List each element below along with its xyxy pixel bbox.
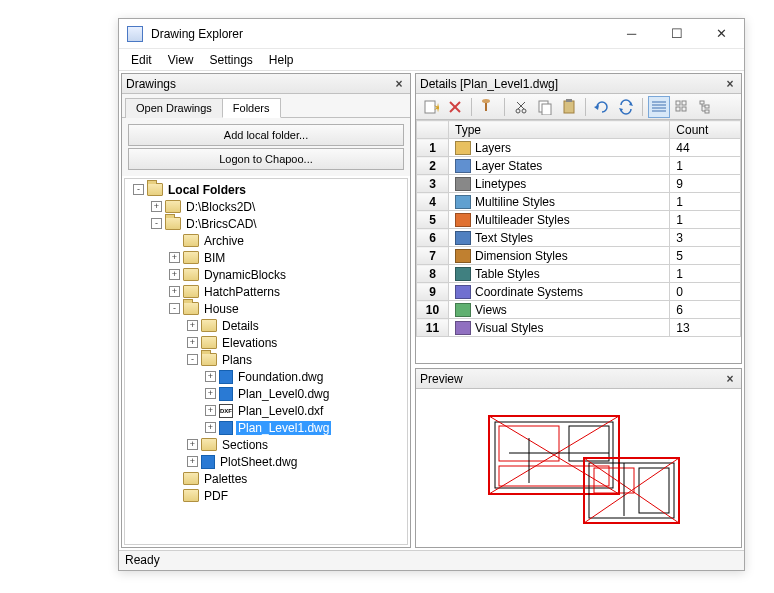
table-row[interactable]: 5Multileader Styles1 — [417, 211, 741, 229]
purge-icon[interactable] — [477, 96, 499, 118]
tree-node-label[interactable]: Details — [220, 319, 261, 333]
expand-icon[interactable]: + — [169, 286, 180, 297]
tree-node-label[interactable]: Palettes — [202, 472, 249, 486]
expand-icon[interactable]: + — [187, 456, 198, 467]
tree-node-label[interactable]: Archive — [202, 234, 246, 248]
tree-node[interactable]: -House — [125, 300, 407, 317]
tree-node-label[interactable]: PlotSheet.dwg — [218, 455, 299, 469]
preview-panel-close-icon[interactable]: × — [723, 372, 737, 386]
tree-node[interactable]: +Plan_Level1.dwg — [125, 419, 407, 436]
tree-node[interactable]: -Local Folders — [125, 181, 407, 198]
tree-node[interactable]: +HatchPatterns — [125, 283, 407, 300]
table-row[interactable]: 10Views6 — [417, 301, 741, 319]
expand-icon[interactable]: + — [205, 405, 216, 416]
menu-edit[interactable]: Edit — [123, 51, 160, 69]
expand-icon[interactable]: + — [187, 337, 198, 348]
tree-node-label[interactable]: HatchPatterns — [202, 285, 282, 299]
expand-icon[interactable]: + — [169, 269, 180, 280]
table-row[interactable]: 8Table Styles1 — [417, 265, 741, 283]
tab-folders[interactable]: Folders — [222, 98, 281, 118]
count-column-header[interactable]: Count — [670, 121, 741, 139]
collapse-icon[interactable]: - — [169, 303, 180, 314]
tree-node[interactable]: -Plans — [125, 351, 407, 368]
collapse-icon[interactable]: - — [133, 184, 144, 195]
table-row[interactable]: 11Visual Styles13 — [417, 319, 741, 337]
tree-node-label[interactable]: Sections — [220, 438, 270, 452]
table-row[interactable]: 3Linetypes9 — [417, 175, 741, 193]
folder-open-icon — [147, 183, 163, 196]
details-grid-container[interactable]: TypeCount1Layers442Layer States13Linetyp… — [416, 120, 741, 363]
table-row[interactable]: 7Dimension Styles5 — [417, 247, 741, 265]
view-tree-icon[interactable] — [696, 96, 718, 118]
table-row[interactable]: 2Layer States1 — [417, 157, 741, 175]
svg-rect-24 — [682, 107, 686, 111]
tree-node-label[interactable]: Elevations — [220, 336, 279, 350]
tree-node-label[interactable]: Foundation.dwg — [236, 370, 325, 384]
tab-open-drawings[interactable]: Open Drawings — [125, 98, 223, 118]
regen-icon[interactable] — [591, 96, 613, 118]
menu-view[interactable]: View — [160, 51, 202, 69]
tree-node-label[interactable]: PDF — [202, 489, 230, 503]
collapse-icon[interactable]: - — [187, 354, 198, 365]
tree-node-label[interactable]: DynamicBlocks — [202, 268, 288, 282]
tree-node-label[interactable]: Plan_Level1.dwg — [236, 421, 331, 435]
drawings-panel-close-icon[interactable]: × — [392, 77, 406, 91]
tree-node-label[interactable]: Plan_Level0.dxf — [236, 404, 325, 418]
tree-node[interactable]: PDF — [125, 487, 407, 504]
tree-node[interactable]: +Details — [125, 317, 407, 334]
table-row[interactable]: 9Coordinate Systems0 — [417, 283, 741, 301]
tree-node[interactable]: +BIM — [125, 249, 407, 266]
type-column-header[interactable]: Type — [449, 121, 670, 139]
menu-settings[interactable]: Settings — [201, 51, 260, 69]
type-icon — [455, 303, 471, 317]
tree-node-label[interactable]: D:\BricsCAD\ — [184, 217, 259, 231]
tree-node-label[interactable]: Plans — [220, 353, 254, 367]
tree-node[interactable]: Archive — [125, 232, 407, 249]
tree-node[interactable]: +D:\Blocks2D\ — [125, 198, 407, 215]
close-button[interactable]: ✕ — [699, 19, 744, 49]
tree-node-label[interactable]: Local Folders — [166, 183, 248, 197]
tree-node[interactable]: +DynamicBlocks — [125, 266, 407, 283]
tree-node-label[interactable]: Plan_Level0.dwg — [236, 387, 331, 401]
tree-node[interactable]: +PlotSheet.dwg — [125, 453, 407, 470]
expand-icon[interactable]: + — [205, 422, 216, 433]
table-row[interactable]: 4Multiline Styles1 — [417, 193, 741, 211]
expand-icon[interactable]: + — [205, 371, 216, 382]
details-panel-close-icon[interactable]: × — [723, 77, 737, 91]
tree-node[interactable]: +Plan_Level0.dwg — [125, 385, 407, 402]
folders-button-bar: Add local folder... Logon to Chapoo... — [122, 118, 410, 176]
expand-icon[interactable]: + — [187, 439, 198, 450]
table-row[interactable]: 6Text Styles3 — [417, 229, 741, 247]
tree-node-label[interactable]: House — [202, 302, 241, 316]
table-row[interactable]: 1Layers44 — [417, 139, 741, 157]
tree-node[interactable]: Palettes — [125, 470, 407, 487]
expand-icon[interactable]: + — [205, 388, 216, 399]
row-header-col[interactable] — [417, 121, 449, 139]
expand-icon[interactable]: + — [169, 252, 180, 263]
tree-node[interactable]: +Foundation.dwg — [125, 368, 407, 385]
cut-icon[interactable] — [510, 96, 532, 118]
refresh-icon[interactable] — [615, 96, 637, 118]
maximize-button[interactable]: ☐ — [654, 19, 699, 49]
delete-icon[interactable] — [444, 96, 466, 118]
new-icon[interactable]: ✶ — [420, 96, 442, 118]
collapse-icon[interactable]: - — [151, 218, 162, 229]
logon-chapoo-button[interactable]: Logon to Chapoo... — [128, 148, 404, 170]
details-grid[interactable]: TypeCount1Layers442Layer States13Linetyp… — [416, 120, 741, 337]
tree-node-label[interactable]: BIM — [202, 251, 227, 265]
tree-node[interactable]: +Elevations — [125, 334, 407, 351]
minimize-button[interactable]: ─ — [609, 19, 654, 49]
copy-icon[interactable] — [534, 96, 556, 118]
menu-help[interactable]: Help — [261, 51, 302, 69]
tree-node-label[interactable]: D:\Blocks2D\ — [184, 200, 257, 214]
view-icons-icon[interactable] — [672, 96, 694, 118]
expand-icon[interactable]: + — [151, 201, 162, 212]
add-local-folder-button[interactable]: Add local folder... — [128, 124, 404, 146]
view-details-icon[interactable] — [648, 96, 670, 118]
tree-node[interactable]: +DXFPlan_Level0.dxf — [125, 402, 407, 419]
tree-node[interactable]: +Sections — [125, 436, 407, 453]
tree-node[interactable]: -D:\BricsCAD\ — [125, 215, 407, 232]
folder-tree[interactable]: -Local Folders+D:\Blocks2D\-D:\BricsCAD\… — [125, 179, 407, 544]
paste-icon[interactable] — [558, 96, 580, 118]
expand-icon[interactable]: + — [187, 320, 198, 331]
